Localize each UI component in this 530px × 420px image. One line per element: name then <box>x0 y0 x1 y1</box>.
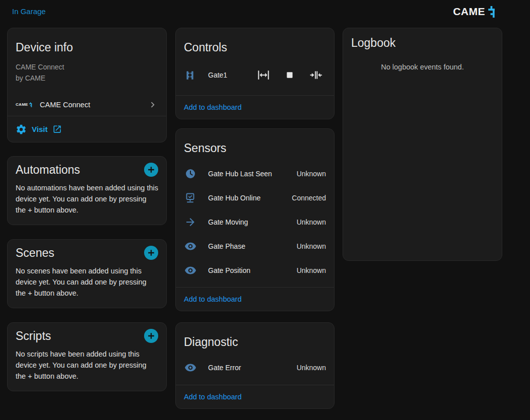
gate-entity-name: Gate1 <box>208 71 227 79</box>
sensor-value: Unknown <box>297 242 326 250</box>
sensors-add-to-dashboard-link[interactable]: Add to dashboard <box>184 295 241 303</box>
sensors-title: Sensors <box>176 129 334 155</box>
device-manufacturer: by CAME <box>16 73 158 84</box>
gate-icon <box>184 68 197 82</box>
add-automation-button[interactable] <box>144 163 158 177</box>
eye-icon <box>184 264 197 277</box>
integration-name: CAME Connect <box>40 101 90 109</box>
gate-entity-row[interactable]: Gate1 <box>176 63 334 87</box>
logbook-card: Logbook No logbook events found. <box>343 28 502 261</box>
came-mini-mark-icon <box>29 102 33 107</box>
scenes-card: Scenes No scenes have been added using t… <box>7 239 167 308</box>
open-in-new-icon <box>52 124 62 134</box>
scripts-card: Scripts No scripts have been added using… <box>7 322 167 391</box>
sensor-row-gate-moving[interactable]: Gate Moving Unknown <box>176 210 334 234</box>
add-script-button[interactable] <box>144 329 158 343</box>
diagnostic-title: Diagnostic <box>176 323 334 349</box>
sensor-value: Unknown <box>297 170 326 178</box>
scenes-empty-text: No scenes have been added using this dev… <box>8 265 166 299</box>
monitor-check-icon <box>184 191 197 204</box>
sensor-value: Unknown <box>297 266 326 274</box>
came-mini-logo-text: CAME <box>16 102 28 107</box>
eye-icon <box>184 240 197 253</box>
device-model: CAME Connect <box>16 61 158 73</box>
sensors-card: Sensors Gate Hub Last Seen Unknown <box>175 128 335 311</box>
scripts-title: Scripts <box>16 329 51 343</box>
logbook-empty-text: No logbook events found. <box>343 63 502 71</box>
integration-row[interactable]: CAME CAME Connect <box>8 93 166 116</box>
add-scene-button[interactable] <box>144 246 158 260</box>
arrow-right-icon <box>184 216 197 229</box>
sensor-name: Gate Error <box>208 364 241 372</box>
device-info-card: Device info CAME Connect by CAME CAME CA… <box>7 28 167 143</box>
sensor-row-gate-phase[interactable]: Gate Phase Unknown <box>176 234 334 258</box>
sensor-value: Unknown <box>297 364 326 372</box>
controls-card-footer: Add to dashboard <box>176 95 334 119</box>
eye-icon <box>184 361 197 374</box>
controls-add-to-dashboard-link[interactable]: Add to dashboard <box>184 103 241 111</box>
sensor-row-gate-position[interactable]: Gate Position Unknown <box>176 258 334 283</box>
diagnostic-card-footer: Add to dashboard <box>176 385 334 408</box>
sensors-card-footer: Add to dashboard <box>176 287 334 311</box>
gear-icon <box>16 124 27 135</box>
controls-card: Controls Gate1 <box>175 28 335 119</box>
came-mark-icon <box>488 6 497 18</box>
automations-title: Automations <box>16 163 80 177</box>
diagnostic-card: Diagnostic Gate Error Unknown Add to das… <box>175 322 335 409</box>
plus-icon <box>144 246 158 260</box>
came-brand-logo: CAME <box>453 6 497 18</box>
chevron-right-icon <box>147 99 158 110</box>
column-middle: Controls Gate1 <box>175 28 335 409</box>
sensor-name: Gate Position <box>208 266 250 274</box>
column-left: Device info CAME Connect by CAME CAME CA… <box>7 28 167 391</box>
visit-link[interactable]: Visit <box>8 116 166 142</box>
stop-gate-button[interactable] <box>280 65 300 85</box>
column-right: Logbook No logbook events found. <box>343 28 502 261</box>
plus-icon <box>144 329 158 343</box>
close-gate-button[interactable] <box>306 65 326 85</box>
sensor-value: Connected <box>292 194 326 202</box>
sensor-name: Gate Moving <box>208 218 248 226</box>
visit-label: Visit <box>32 125 47 133</box>
device-info-title: Device info <box>8 28 166 54</box>
came-mini-logo: CAME <box>16 102 36 107</box>
sensor-row-gate-hub-online[interactable]: Gate Hub Online Connected <box>176 186 334 210</box>
controls-title: Controls <box>176 28 334 54</box>
scripts-empty-text: No scripts have been added using this de… <box>8 348 166 382</box>
automations-empty-text: No automations have been added using thi… <box>8 182 166 216</box>
sensor-name: Gate Phase <box>208 242 245 250</box>
sensors-rows: Gate Hub Last Seen Unknown Gate Hub Onli… <box>176 162 334 283</box>
arrow-expand-horizontal-icon <box>257 68 270 82</box>
stop-icon <box>283 68 296 82</box>
sensor-name: Gate Hub Online <box>208 194 260 202</box>
sensor-row-gate-error[interactable]: Gate Error Unknown <box>176 356 334 380</box>
sensor-value: Unknown <box>297 218 326 226</box>
sensor-row-gate-hub-last-seen[interactable]: Gate Hub Last Seen Unknown <box>176 162 334 186</box>
device-model-manufacturer: CAME Connect by CAME <box>8 61 166 84</box>
arrow-collapse-horizontal-icon <box>309 68 322 82</box>
came-brand-text: CAME <box>453 6 485 18</box>
open-gate-button[interactable] <box>253 65 274 85</box>
cover-control-buttons <box>253 65 326 85</box>
clock-icon <box>184 167 197 180</box>
diagnostic-add-to-dashboard-link[interactable]: Add to dashboard <box>184 393 241 401</box>
breadcrumb-area-link[interactable]: In Garage <box>12 7 46 16</box>
diagnostic-rows: Gate Error Unknown <box>176 356 334 380</box>
scenes-title: Scenes <box>16 246 54 260</box>
automations-card: Automations No automations have been add… <box>7 156 167 225</box>
plus-icon <box>144 163 158 177</box>
logbook-title: Logbook <box>343 28 502 50</box>
sensor-name: Gate Hub Last Seen <box>208 170 272 178</box>
